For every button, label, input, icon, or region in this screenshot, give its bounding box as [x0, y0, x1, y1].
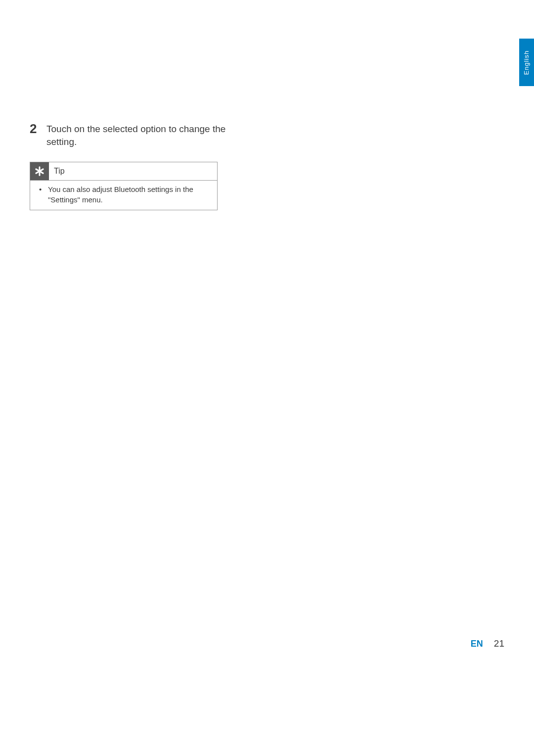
- step-number: 2: [30, 121, 46, 135]
- page-footer: EN 21: [471, 638, 504, 649]
- language-tab-label: English: [523, 50, 531, 75]
- instruction-step: 2 Touch on the selected option to change…: [30, 121, 232, 148]
- tip-header: Tip: [30, 162, 217, 181]
- footer-language-code: EN: [471, 639, 483, 649]
- asterisk-icon: [33, 165, 46, 178]
- step-text: Touch on the selected option to change t…: [46, 121, 232, 148]
- main-content: 2 Touch on the selected option to change…: [30, 121, 232, 210]
- footer-page-number: 21: [494, 638, 504, 649]
- tip-label: Tip: [49, 167, 65, 176]
- tip-icon-container: [30, 162, 49, 180]
- tip-body: You can also adjust Bluetooth settings i…: [30, 181, 217, 210]
- tip-item: You can also adjust Bluetooth settings i…: [42, 185, 210, 205]
- language-tab: English: [519, 39, 534, 86]
- tip-box: Tip You can also adjust Bluetooth settin…: [30, 162, 218, 210]
